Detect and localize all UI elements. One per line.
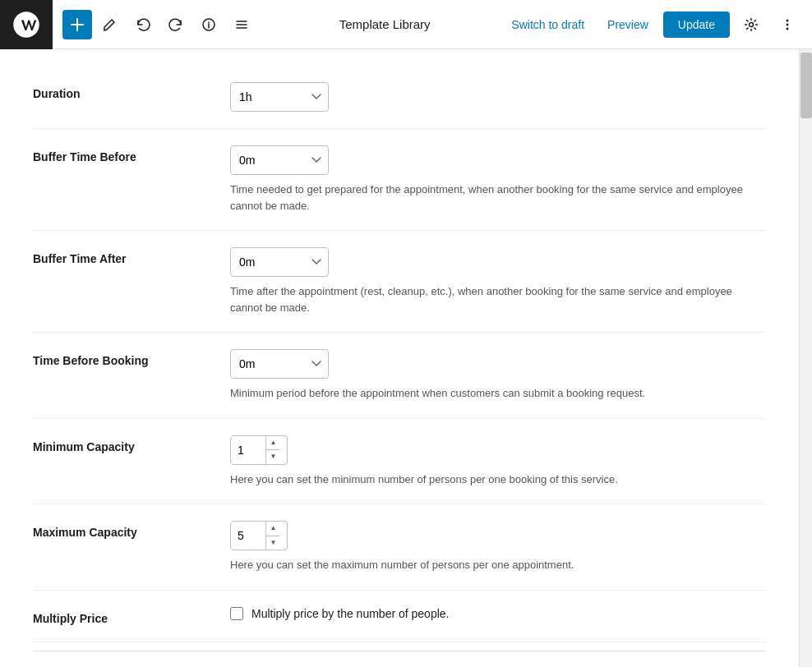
undo-button[interactable] [128, 10, 158, 39]
page-title: Template Library [339, 17, 431, 31]
buffer-time-after-row: Buffer Time After 0m 5m 10m 15m 30m Time… [33, 231, 766, 333]
maximum-capacity-input-wrapper: ▲ ▼ [230, 521, 288, 550]
multiply-price-label: Multiply Price [33, 607, 230, 625]
main-content: Duration 15m 30m 45m 1h 1h 15m 1h 30m 2h… [0, 49, 812, 667]
buffer-time-before-description: Time needed to get prepared for the appo… [230, 182, 764, 214]
time-before-booking-row: Time Before Booking 0m 5m 10m 30m 1h Min… [33, 333, 766, 419]
preview-button[interactable]: Preview [599, 13, 657, 36]
scrollbar-track[interactable] [799, 49, 812, 667]
maximum-capacity-up[interactable]: ▲ [266, 522, 280, 536]
list-button[interactable] [227, 10, 256, 39]
time-before-booking-select[interactable]: 0m 5m 10m 30m 1h [230, 349, 329, 379]
scrollbar-thumb[interactable] [800, 53, 812, 118]
minimum-capacity-control: ▲ ▼ Here you can set the minimum number … [230, 435, 766, 488]
buffer-time-before-select[interactable]: 0m 5m 10m 15m 30m [230, 145, 329, 175]
svg-point-2 [787, 19, 789, 21]
content-area: Duration 15m 30m 45m 1h 1h 15m 1h 30m 2h… [0, 49, 799, 667]
switch-to-draft-button[interactable]: Switch to draft [503, 13, 593, 36]
multiply-price-control: Multiply price by the number of people. [230, 607, 766, 620]
minimum-capacity-up[interactable]: ▲ [266, 436, 280, 451]
maximum-capacity-control: ▲ ▼ Here you can set the maximum number … [230, 521, 766, 573]
multiply-price-checkbox-label: Multiply price by the number of people. [251, 607, 449, 620]
info-button[interactable] [194, 10, 224, 39]
topbar-right: Switch to draft Preview Update [503, 10, 812, 39]
minimum-capacity-row: Minimum Capacity ▲ ▼ Here you can set th… [33, 419, 766, 505]
wp-logo [0, 0, 53, 49]
duration-select[interactable]: 15m 30m 45m 1h 1h 15m 1h 30m 2h [230, 82, 329, 112]
buffer-time-after-control: 0m 5m 10m 15m 30m Time after the appoint… [230, 247, 766, 315]
edit-icon-button[interactable] [95, 10, 125, 39]
topbar-center: Template Library [266, 17, 503, 31]
maximum-capacity-down[interactable]: ▼ [266, 536, 280, 550]
maximum-capacity-spinners: ▲ ▼ [265, 522, 280, 550]
buffer-time-after-description: Time after the appointment (rest, cleanu… [230, 283, 764, 315]
eligible-employees-collapse-button[interactable] [743, 665, 766, 668]
duration-control: 15m 30m 45m 1h 1h 15m 1h 30m 2h [230, 82, 766, 112]
duration-row: Duration 15m 30m 45m 1h 1h 15m 1h 30m 2h [33, 66, 766, 129]
minimum-capacity-label: Minimum Capacity [33, 435, 230, 453]
eligible-employees-section: Eligible Employees [33, 651, 766, 668]
svg-point-1 [750, 22, 754, 26]
buffer-time-before-label: Buffer Time Before [33, 145, 230, 163]
minimum-capacity-input-wrapper: ▲ ▼ [230, 435, 288, 465]
settings-button[interactable] [736, 10, 766, 39]
svg-point-4 [787, 27, 789, 30]
multiply-price-checkbox-row[interactable]: Multiply price by the number of people. [230, 607, 766, 620]
minimum-capacity-spinners: ▲ ▼ [265, 436, 280, 464]
minimum-capacity-input[interactable] [231, 436, 265, 464]
maximum-capacity-row: Maximum Capacity ▲ ▼ Here you can set th… [33, 504, 766, 591]
maximum-capacity-description: Here you can set the maximum number of p… [230, 557, 764, 573]
minimum-capacity-down[interactable]: ▼ [266, 450, 280, 464]
multiply-price-row: Multiply Price Multiply price by the num… [33, 591, 766, 642]
multiply-price-checkbox[interactable] [230, 607, 243, 620]
time-before-booking-description: Minimum period before the appointment wh… [230, 385, 764, 402]
more-options-button[interactable] [773, 10, 802, 39]
buffer-time-before-control: 0m 5m 10m 15m 30m Time needed to get pre… [230, 145, 766, 214]
topbar: Template Library Switch to draft Preview… [0, 0, 812, 49]
maximum-capacity-input[interactable] [231, 522, 265, 550]
buffer-time-after-select[interactable]: 0m 5m 10m 15m 30m [230, 247, 329, 277]
svg-point-3 [787, 23, 789, 25]
topbar-actions [53, 10, 266, 39]
redo-button[interactable] [161, 10, 191, 39]
time-before-booking-label: Time Before Booking [33, 349, 230, 367]
add-button[interactable] [62, 10, 92, 39]
buffer-time-after-label: Buffer Time After [33, 247, 230, 265]
buffer-time-before-row: Buffer Time Before 0m 5m 10m 15m 30m Tim… [33, 129, 766, 231]
maximum-capacity-label: Maximum Capacity [33, 521, 230, 539]
update-button[interactable]: Update [663, 12, 730, 38]
time-before-booking-control: 0m 5m 10m 30m 1h Minimum period before t… [230, 349, 766, 402]
minimum-capacity-description: Here you can set the minimum number of p… [230, 472, 764, 488]
duration-label: Duration [33, 82, 230, 100]
